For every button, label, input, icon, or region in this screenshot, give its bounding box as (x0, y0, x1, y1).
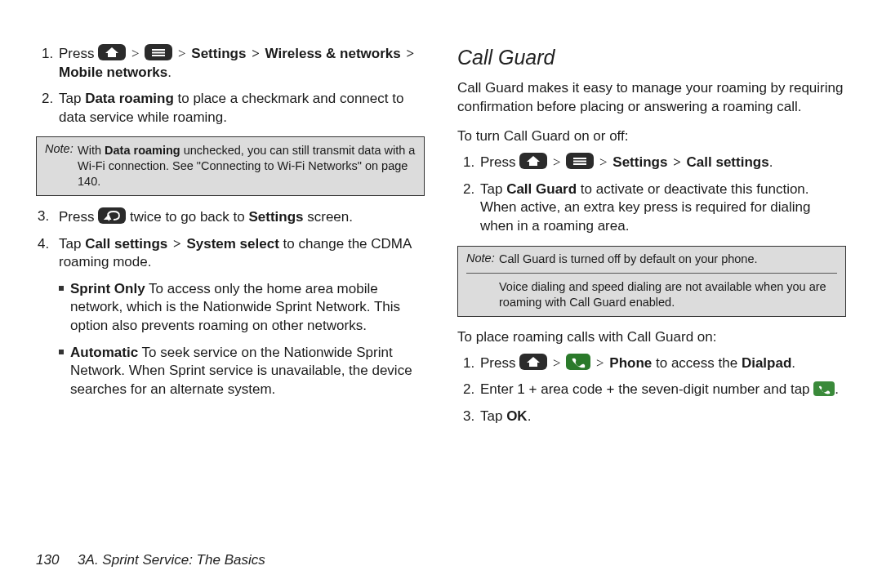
gt-icon: > (551, 154, 563, 170)
text: Press (59, 46, 94, 61)
gt-icon: > (671, 154, 683, 170)
text: Tap (59, 91, 85, 106)
path-call-settings: Call settings (687, 154, 769, 170)
gt-icon: > (176, 46, 188, 61)
label-settings: Settings (248, 209, 303, 225)
text: screen. (304, 209, 353, 225)
home-key-icon (98, 44, 126, 60)
subhead-turn-on-off: To turn Call Guard on or off: (457, 127, 846, 146)
step-3: Tap OK. (479, 408, 846, 426)
text: Press (480, 355, 519, 371)
text: Tap (480, 181, 506, 197)
divider (466, 273, 837, 274)
label-automatic: Automatic (70, 345, 138, 360)
list-item: Sprint Only To access only the home area… (59, 280, 425, 336)
gt-icon: > (551, 355, 563, 371)
gt-icon: > (172, 236, 183, 252)
left-steps-1-2: Press > > Settings > Wireless & networks… (36, 44, 425, 127)
gt-icon: > (130, 46, 141, 61)
dial-key-icon (813, 381, 835, 396)
heading-call-guard: Call Guard (457, 44, 846, 71)
roaming-mode-list: Sprint Only To access only the home area… (59, 280, 425, 399)
phone-key-icon (566, 354, 590, 370)
turn-onoff-steps: Press > > Settings > Call settings. Tap … (457, 153, 846, 235)
text: Tap (59, 236, 85, 252)
gt-icon: > (595, 355, 606, 371)
text: . (791, 355, 795, 371)
text: Tap (480, 408, 506, 424)
home-key-icon (519, 153, 547, 169)
note-body: With Data roaming unchecked, you can sti… (78, 143, 416, 189)
text: Press (480, 154, 515, 170)
step-1: Press > > Settings > Wireless & networks… (57, 44, 425, 82)
step-4: Tap Call settings > System select to cha… (57, 235, 425, 399)
step-2: Tap Call Guard to activate or deactivate… (479, 180, 846, 236)
label-ok: OK (506, 408, 528, 424)
label-system-select: System select (186, 236, 278, 252)
step-2: Tap Data roaming to place a checkmark an… (57, 90, 425, 127)
footer-title: 3A. Sprint Service: The Basics (78, 552, 265, 568)
note-label: Note: (466, 252, 495, 265)
left-steps-3-4: Press twice to go back to Settings scree… (36, 207, 425, 399)
label-sprint-only: Sprint Only (70, 281, 145, 296)
home-key-icon (519, 354, 547, 370)
place-call-steps: Press > > Phone to access the Dialpad. E… (457, 354, 846, 426)
step-1: Press > > Settings > Call settings. (479, 153, 846, 172)
gt-icon: > (404, 46, 416, 61)
note-data-roaming: Note: With Data roaming unchecked, you c… (36, 136, 425, 196)
step-1: Press > > Phone to access the Dialpad. (479, 354, 846, 373)
step-2: Enter 1 + area code + the seven-digit nu… (479, 381, 846, 399)
path-settings: Settings (191, 46, 246, 61)
path-wireless: Wireless & networks (265, 46, 401, 61)
text: to access the (652, 355, 742, 371)
note-line2: Voice dialing and speed dialing are not … (499, 279, 837, 310)
subhead-place-calls: To place roaming calls with Call Guard o… (457, 328, 846, 347)
label-data-roaming: Data roaming (85, 91, 174, 106)
path-settings: Settings (612, 154, 667, 170)
back-key-icon (98, 207, 126, 224)
label-phone: Phone (609, 355, 652, 371)
page-footer: 130 3A. Sprint Service: The Basics (36, 551, 265, 570)
list-item: Automatic To seek service on the Nationw… (59, 344, 425, 399)
intro-paragraph: Call Guard makes it easy to manage your … (457, 79, 846, 116)
menu-key-icon (145, 44, 172, 60)
right-column: Call Guard Call Guard makes it easy to m… (457, 44, 846, 482)
gt-icon: > (598, 154, 609, 170)
note-call-guard: Note: Call Guard is turned off by defaul… (457, 246, 846, 318)
step-3: Press twice to go back to Settings scree… (57, 207, 425, 227)
page-number: 130 (36, 552, 59, 568)
note-line1: Call Guard is turned off by default on y… (499, 252, 837, 267)
gt-icon: > (250, 46, 261, 61)
text: twice to go back to (130, 209, 249, 225)
menu-key-icon (566, 153, 594, 169)
path-mobile: Mobile networks (59, 65, 167, 80)
text: . (835, 381, 839, 397)
text: . (528, 408, 532, 424)
label-call-guard: Call Guard (506, 181, 577, 197)
label-dialpad: Dialpad (742, 355, 791, 371)
left-column: Press > > Settings > Wireless & networks… (36, 44, 425, 482)
label-call-settings: Call settings (85, 236, 167, 252)
text: Enter 1 + area code + the seven-digit nu… (480, 381, 813, 397)
text: Press (59, 209, 98, 225)
note-label: Note: (45, 142, 74, 155)
